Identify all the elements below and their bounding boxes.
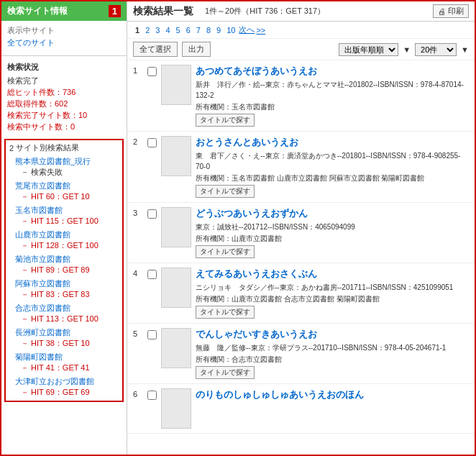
site-name-2[interactable]: 玉名市図書館 xyxy=(15,205,113,216)
result-title-2[interactable]: おとうさんとあいうえお xyxy=(196,136,469,149)
page-6[interactable]: 6 xyxy=(184,25,193,35)
page-8[interactable]: 8 xyxy=(204,25,213,35)
site-hit-5: － HIT 83：GET 83 xyxy=(15,289,113,300)
result-meta-3: 東京：誠致社--201712--ISBN/ISSN：4065094099 xyxy=(196,222,469,232)
result-checkbox-6[interactable] xyxy=(147,391,157,400)
site-hit-1: － HIT 60：GET 10 xyxy=(15,191,113,202)
result-thumb-1 xyxy=(161,65,191,105)
result-owner-3: 所有機関：山鹿市立図書館 xyxy=(196,234,469,244)
main-content: 検索結果一覧 1件～20件（HIT 736：GET 317） 🖨 印刷 1 2 … xyxy=(127,1,475,455)
result-title-3[interactable]: どうぶつあいうえおずかん xyxy=(196,207,469,220)
result-content-6: のりものしゅしゅしゅあいうえおのほん xyxy=(196,388,469,403)
result-content-4: えてみるあいうえおさくぶん ニシリョキ タダシ／作--東京：あかね書房--201… xyxy=(196,268,469,319)
site-name-6[interactable]: 合志市立図書館 xyxy=(15,303,113,314)
more-link[interactable]: >> xyxy=(256,26,265,35)
section2-header: 2 サイト別検索結果 xyxy=(9,142,119,153)
result-btn-3[interactable]: タイトルで探す xyxy=(196,245,255,258)
result-meta-1: 新井 洋行／作・絵--東京：赤ちゃんとママ社--201802--ISBN/ISS… xyxy=(196,79,469,101)
site-name-1[interactable]: 荒尾市立図書館 xyxy=(15,181,113,191)
result-thumb-3 xyxy=(161,207,191,247)
result-num-5: 5 xyxy=(133,328,143,338)
search-status-section: 検索状況 検索完了 総ヒット件数：736 総取得件数：602 検索完了サイト数：… xyxy=(1,59,127,136)
result-owner-5: 所有機関：合志市立図書館 xyxy=(196,355,469,365)
result-owner-libs-2: 玉名市図書館 山鹿市立図書館 阿蘇市立図書館 菊陽町図書館 xyxy=(232,174,424,182)
output-button[interactable]: 出力 xyxy=(182,42,211,57)
per-page-select[interactable]: 20件 50件 100件 xyxy=(415,43,457,56)
result-owner-2: 所有機関：玉名市図書館 山鹿市立図書館 阿蘇市立図書館 菊陽町図書館 xyxy=(196,173,469,183)
result-content-2: おとうさんとあいうえお 東 君下／さく・え--東京：廣済堂あかつき--20180… xyxy=(196,136,469,198)
site-results-list: 熊本県立図書館_現行 － 検索失敗 荒尾市立図書館 － HIT 60：GET 1… xyxy=(9,156,119,398)
page-2[interactable]: 2 xyxy=(143,25,152,35)
site-hit-4: － HIT 89：GET 89 xyxy=(15,265,113,275)
result-title-1[interactable]: あつめてあそぼうあいうえお xyxy=(196,65,469,78)
result-content-3: どうぶつあいうえおずかん 東京：誠致社--201712--ISBN/ISSN：4… xyxy=(196,207,469,258)
result-num-2: 2 xyxy=(133,136,143,146)
page-7[interactable]: 7 xyxy=(194,25,203,35)
status-completed-sites: 検索完了サイト数：10 xyxy=(7,110,121,121)
result-item-1: 1 あつめてあそぼうあいうえお 新井 洋行／作・絵--東京：赤ちゃんとママ社--… xyxy=(127,60,475,132)
site-hit-9: － HIT 69：GET 69 xyxy=(15,387,113,398)
printer-icon: 🖨 xyxy=(438,7,446,16)
site-results-title: サイト別検索結果 xyxy=(16,142,79,153)
result-title-6[interactable]: のりものしゅしゅしゅあいうえおのほん xyxy=(196,388,469,401)
site-name-8[interactable]: 菊陽町図書館 xyxy=(15,352,113,362)
status-hits: 総ヒット件数：736 xyxy=(7,87,121,98)
site-name-0[interactable]: 熊本県立図書館_現行 xyxy=(15,156,113,167)
result-btn-5[interactable]: タイトルで探す xyxy=(196,366,255,379)
site-hit-7: － HIT 38：GET 10 xyxy=(15,338,113,349)
site-name-4[interactable]: 菊池市立図書館 xyxy=(15,254,113,265)
result-btn-1[interactable]: タイトルで探す xyxy=(196,114,255,127)
result-btn-2[interactable]: タイトルで探す xyxy=(196,185,255,198)
site-hit-0: － 検索失敗 xyxy=(15,167,113,178)
site-name-9[interactable]: 大津町立おおづ図書館 xyxy=(15,376,113,387)
result-checkbox-5[interactable] xyxy=(147,330,157,339)
print-button[interactable]: 🖨 印刷 xyxy=(433,4,469,18)
site-name-7[interactable]: 長洲町立図書館 xyxy=(15,327,113,338)
page-9[interactable]: 9 xyxy=(214,25,223,35)
result-btn-4[interactable]: タイトルで探す xyxy=(196,306,255,319)
page-3[interactable]: 3 xyxy=(153,25,162,35)
sidebar: 検索サイト情報 1 表示中サイト 全てのサイト 検索状況 検索完了 総ヒット件数… xyxy=(1,1,127,455)
result-checkbox-2[interactable] xyxy=(147,138,157,147)
result-title-5[interactable]: でんしゃだいすきあいうえお xyxy=(196,328,469,341)
section2-wrapper: 2 サイト別検索結果 熊本県立図書館_現行 － 検索失敗 荒尾市立図書館 － H… xyxy=(1,136,127,405)
site-hit-6: － HIT 113：GET 100 xyxy=(15,314,113,324)
result-checkbox-3[interactable] xyxy=(147,209,157,219)
select-all-button[interactable]: 全て選択 xyxy=(133,42,178,57)
badge-1: 1 xyxy=(109,5,121,17)
result-owner-libs-4: 山鹿市立図書館 合志市立図書館 菊陽町図書館 xyxy=(232,295,380,303)
sort-select[interactable]: 出版年順順 タイトル順 xyxy=(339,43,398,56)
result-thumb-2 xyxy=(161,136,191,176)
site-hit-3: － HIT 128：GET 100 xyxy=(15,240,113,251)
site-name-3[interactable]: 山鹿市立図書館 xyxy=(15,229,113,240)
result-thumb-6 xyxy=(161,388,191,429)
sidebar-title: 検索サイト情報 xyxy=(7,5,68,17)
result-owner-libs-5: 合志市立図書館 xyxy=(232,355,282,363)
site-hit-8: － HIT 41：GET 41 xyxy=(15,362,113,373)
sidebar-header: 検索サイト情報 1 xyxy=(1,1,127,21)
result-title-4[interactable]: えてみるあいうえおさくぶん xyxy=(196,268,469,281)
result-meta-2: 東 君下／さく・え--東京：廣済堂あかつき--201801--ISBN/ISSN… xyxy=(196,150,469,172)
status-get: 総取得件数：602 xyxy=(7,99,121,109)
next-link[interactable]: 次へ xyxy=(239,24,255,35)
site-hit-2: － HIT 115：GET 100 xyxy=(15,216,113,227)
page-10[interactable]: 10 xyxy=(224,25,237,35)
search-status-title: 検索状況 xyxy=(7,62,121,73)
all-sites-link[interactable]: 全てのサイト xyxy=(7,38,55,47)
page-1[interactable]: 1 xyxy=(133,25,142,35)
status-completed: 検索完了 xyxy=(7,76,121,86)
site-name-5[interactable]: 阿蘇市立図書館 xyxy=(15,278,113,289)
toolbar: 全て選択 出力 出版年順順 タイトル順 ▼ 20件 50件 100件 ▼ xyxy=(127,39,475,60)
result-num-3: 3 xyxy=(133,207,143,217)
result-checkbox-4[interactable] xyxy=(147,270,157,279)
page-5[interactable]: 5 xyxy=(174,25,183,35)
result-checkbox-1[interactable] xyxy=(147,67,157,76)
badge-2: 2 xyxy=(9,144,14,152)
result-num-6: 6 xyxy=(133,388,143,398)
result-item-3: 3 どうぶつあいうえおずかん 東京：誠致社--201712--ISBN/ISSN… xyxy=(127,203,475,263)
main-count: 1件～20件（HIT 736：GET 317） xyxy=(205,6,325,17)
result-num-4: 4 xyxy=(133,268,143,278)
result-thumb-5 xyxy=(161,328,191,368)
pagination: 1 2 3 4 5 6 7 8 9 10 次へ >> xyxy=(127,22,475,39)
page-4[interactable]: 4 xyxy=(163,25,172,35)
